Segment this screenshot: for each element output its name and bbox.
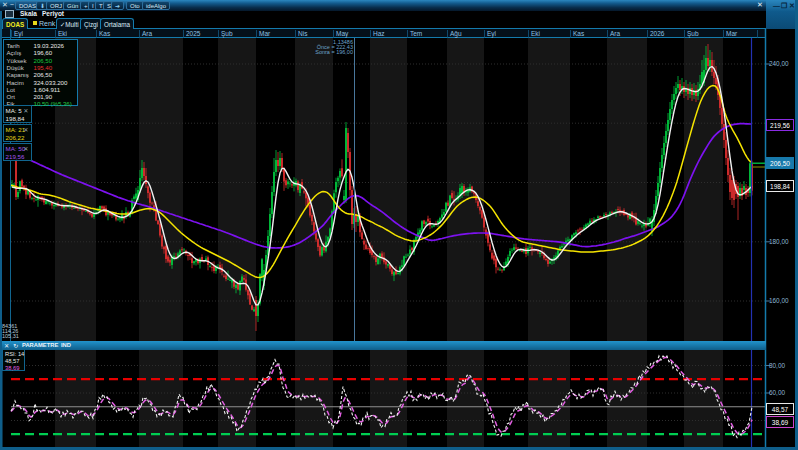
- svg-text:Tem: Tem: [410, 30, 422, 37]
- svg-text:Mar: Mar: [259, 30, 271, 37]
- svg-text:38,69: 38,69: [772, 419, 789, 426]
- svg-text:Ara: Ara: [610, 30, 621, 37]
- svg-text:Ağu: Ağu: [450, 30, 462, 38]
- svg-text:180,00: 180,00: [769, 238, 789, 245]
- svg-text:219,56: 219,56: [770, 122, 790, 129]
- svg-text:Ara: Ara: [142, 30, 153, 37]
- svg-text:Haz: Haz: [373, 30, 385, 37]
- svg-text:160,00: 160,00: [769, 297, 789, 304]
- svg-text:Mar: Mar: [726, 30, 738, 37]
- svg-text:80,00: 80,00: [769, 362, 785, 369]
- svg-text:May: May: [336, 30, 349, 38]
- svg-text:Eyl: Eyl: [487, 30, 497, 38]
- svg-text:48,57: 48,57: [772, 406, 789, 413]
- svg-text:240,00: 240,00: [769, 60, 789, 67]
- svg-text:Şub: Şub: [221, 30, 233, 38]
- svg-text:2026: 2026: [650, 30, 665, 37]
- svg-text:Kas: Kas: [573, 30, 585, 37]
- svg-text:2025: 2025: [186, 30, 201, 37]
- svg-text:60,00: 60,00: [769, 389, 785, 396]
- svg-text:Eki: Eki: [531, 30, 540, 37]
- svg-text:Şub: Şub: [687, 30, 699, 38]
- svg-text:Nis: Nis: [298, 30, 308, 37]
- svg-text:206,50: 206,50: [770, 160, 790, 167]
- svg-text:198,84: 198,84: [770, 183, 790, 190]
- svg-text:Eyl: Eyl: [14, 30, 24, 38]
- svg-text:Kas: Kas: [99, 30, 111, 37]
- svg-text:Eki: Eki: [58, 30, 67, 37]
